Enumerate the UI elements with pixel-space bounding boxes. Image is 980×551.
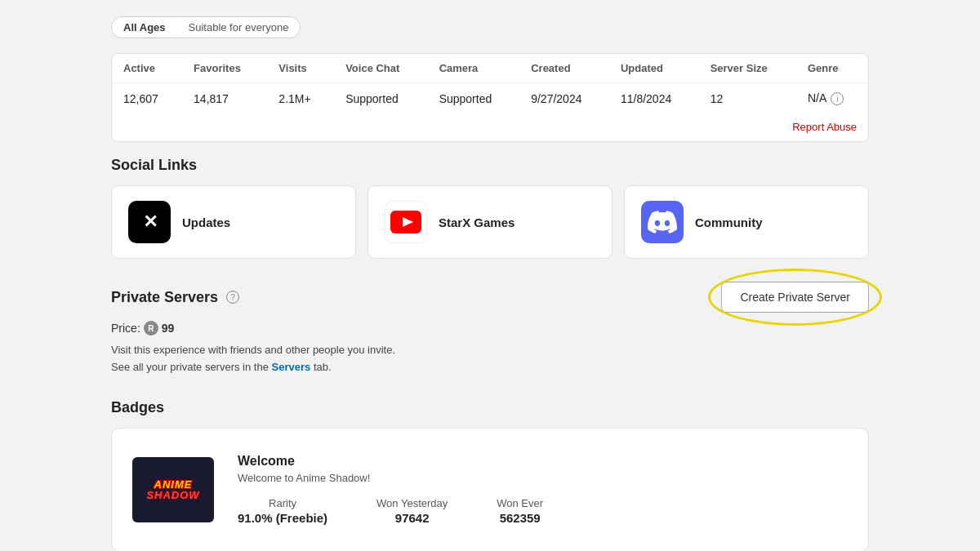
discord-icon-box bbox=[641, 201, 684, 243]
create-server-button-wrap: Create Private Server bbox=[721, 282, 869, 313]
private-servers-info-icon[interactable]: ? bbox=[226, 291, 239, 304]
badge-rarity-label: Rarity bbox=[269, 497, 296, 509]
genre-info-icon[interactable]: i bbox=[831, 92, 844, 105]
stats-created: 9/27/2024 bbox=[519, 83, 609, 114]
private-desc-line1: Visit this experience with friends and o… bbox=[111, 344, 395, 356]
stats-header-camera: Camera bbox=[428, 54, 520, 83]
stats-header-row: Active Favorites Visits Voice Chat Camer… bbox=[112, 54, 868, 83]
badges-section: Badges ANIME SHADOW Welcome Welcome to A… bbox=[111, 399, 869, 551]
stats-header-genre: Genre bbox=[796, 54, 868, 83]
social-card-starx[interactable]: StarX Games bbox=[368, 185, 612, 259]
x-logo-icon: ✕ bbox=[143, 211, 157, 233]
anime-shadow-badge-image: ANIME SHADOW bbox=[132, 457, 214, 522]
social-card-updates[interactable]: ✕ Updates bbox=[111, 185, 356, 259]
badge-stat-won-yesterday: Won Yesterday 97642 bbox=[376, 497, 448, 525]
discord-icon bbox=[648, 211, 677, 233]
anime-badge-text-bottom: SHADOW bbox=[146, 490, 199, 500]
badge-won-ever-value: 562359 bbox=[500, 511, 541, 525]
servers-tab-link[interactable]: Servers bbox=[272, 361, 311, 373]
price-row: Price: R 99 bbox=[111, 321, 869, 335]
price-label: Price: bbox=[111, 322, 140, 335]
stats-header-visits: Visits bbox=[267, 54, 334, 83]
badge-name: Welcome bbox=[238, 454, 852, 469]
private-desc-line2-start: See all your private servers in the bbox=[111, 361, 269, 373]
stats-camera: Supported bbox=[428, 83, 520, 114]
badges-title: Badges bbox=[111, 399, 869, 416]
badge-stats-row: Rarity 91.0% (Freebie) Won Yesterday 976… bbox=[238, 497, 852, 525]
badge-won-yesterday-label: Won Yesterday bbox=[376, 497, 448, 509]
badges-card: ANIME SHADOW Welcome Welcome to Anime Sh… bbox=[111, 428, 869, 551]
badge-stat-won-ever: Won Ever 562359 bbox=[497, 497, 543, 525]
private-servers-section: Private Servers ? Create Private Server … bbox=[111, 282, 869, 376]
create-private-server-button[interactable]: Create Private Server bbox=[721, 282, 869, 313]
social-links-title: Social Links bbox=[111, 157, 869, 174]
x-icon-box: ✕ bbox=[128, 201, 171, 243]
private-servers-title-row: Private Servers ? bbox=[111, 289, 239, 306]
price-amount: 99 bbox=[162, 322, 175, 335]
stats-favorites: 14,817 bbox=[182, 83, 267, 114]
stats-header-voice-chat: Voice Chat bbox=[334, 54, 428, 83]
stats-visits: 2.1M+ bbox=[267, 83, 334, 114]
private-servers-title: Private Servers bbox=[111, 289, 218, 306]
badge-won-yesterday-value: 97642 bbox=[395, 511, 430, 525]
youtube-icon-box bbox=[385, 201, 427, 243]
stats-header-updated: Updated bbox=[609, 54, 699, 83]
stats-section: Active Favorites Visits Voice Chat Camer… bbox=[111, 53, 869, 142]
stats-header-favorites: Favorites bbox=[182, 54, 267, 83]
age-tag-row: All Ages Suitable for everyone bbox=[111, 16, 869, 38]
social-links-grid: ✕ Updates StarX Games Community bbox=[111, 185, 869, 259]
social-card-community[interactable]: Community bbox=[624, 185, 869, 259]
stats-server-size: 12 bbox=[699, 83, 796, 114]
report-abuse-row: Report Abuse bbox=[112, 113, 868, 141]
stats-table: Active Favorites Visits Voice Chat Camer… bbox=[112, 54, 868, 113]
badge-won-ever-label: Won Ever bbox=[497, 497, 543, 509]
stats-data-row: 12,607 14,817 2.1M+ Supported Supported … bbox=[112, 83, 868, 114]
age-tag-label: All Ages bbox=[112, 17, 177, 38]
stats-voice-chat: Supported bbox=[334, 83, 428, 114]
age-tag-description: Suitable for everyone bbox=[177, 17, 301, 38]
badge-stat-rarity: Rarity 91.0% (Freebie) bbox=[238, 497, 327, 525]
stats-genre: N/A i bbox=[796, 83, 868, 114]
stats-header-created: Created bbox=[519, 54, 609, 83]
badge-description: Welcome to Anime Shadow! bbox=[238, 472, 852, 484]
private-desc-line2-end: tab. bbox=[314, 361, 332, 373]
badge-info: Welcome Welcome to Anime Shadow! Rarity … bbox=[238, 454, 852, 525]
badge-rarity-value: 91.0% (Freebie) bbox=[238, 511, 327, 525]
robux-icon: R bbox=[144, 321, 158, 335]
stats-active: 12,607 bbox=[112, 83, 182, 114]
page-container: All Ages Suitable for everyone Active Fa… bbox=[98, 0, 882, 551]
social-label-starx: StarX Games bbox=[439, 216, 514, 229]
stats-header-server-size: Server Size bbox=[699, 54, 796, 83]
age-tag: All Ages Suitable for everyone bbox=[111, 16, 301, 38]
anime-badge-text-top: ANIME bbox=[154, 479, 193, 490]
badge-image-area: ANIME SHADOW bbox=[128, 445, 218, 535]
stats-header-active: Active bbox=[112, 54, 182, 83]
private-servers-header: Private Servers ? Create Private Server bbox=[111, 282, 869, 313]
private-servers-desc: Visit this experience with friends and o… bbox=[111, 342, 869, 376]
youtube-icon bbox=[390, 211, 421, 233]
report-abuse-link[interactable]: Report Abuse bbox=[792, 121, 857, 133]
stats-updated: 11/8/2024 bbox=[609, 83, 699, 114]
social-label-community: Community bbox=[695, 216, 763, 229]
social-label-updates: Updates bbox=[182, 216, 230, 229]
